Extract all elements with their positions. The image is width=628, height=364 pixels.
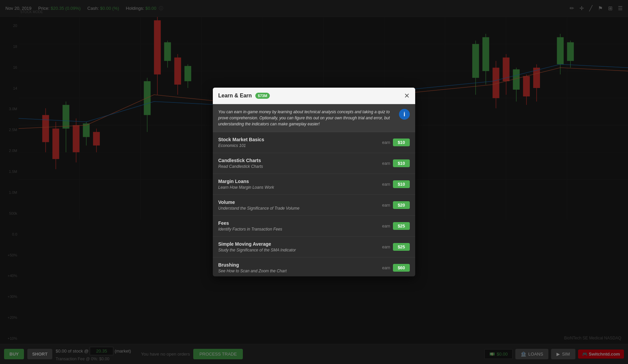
earn-label: earn: [382, 245, 390, 249]
course-item[interactable]: Candlestick Charts Read Candlestick Char…: [213, 153, 415, 174]
info-banner: You can earn in-game money by learning a…: [213, 104, 415, 132]
learn-earn-modal: Learn & Earn $73M ✕ You can earn in-game…: [213, 88, 415, 276]
course-item[interactable]: Margin Loans Learn How Margin Loans Work…: [213, 174, 415, 195]
course-info: Brushing See How to Scan and Zoom the Ch…: [218, 262, 382, 273]
course-info: Volume Understand the Significance of Tr…: [218, 200, 382, 211]
modal-overlay: Learn & Earn $73M ✕ You can earn in-game…: [0, 0, 628, 364]
course-subtitle: Learn How Margin Loans Work: [218, 185, 382, 190]
modal-header: Learn & Earn $73M ✕: [213, 88, 415, 104]
course-info: Candlestick Charts Read Candlestick Char…: [218, 158, 382, 169]
course-earn-row: earn $25: [382, 222, 410, 230]
course-title: Simple Moving Average: [218, 241, 382, 247]
earn-label: earn: [382, 266, 390, 270]
info-text: You can earn in-game money by learning a…: [218, 109, 394, 127]
course-info: Fees Identify Factors in Transaction Fee…: [218, 220, 382, 232]
course-info: Margin Loans Learn How Margin Loans Work: [218, 179, 382, 190]
course-subtitle: Read Candlestick Charts: [218, 164, 382, 169]
course-item[interactable]: Simple Moving Average Study the Signific…: [213, 237, 415, 257]
earn-label: earn: [382, 161, 390, 166]
modal-badge: $73M: [255, 93, 270, 99]
course-subtitle: Economics 101: [218, 143, 382, 148]
modal-title-row: Learn & Earn $73M: [218, 93, 270, 99]
course-info: Simple Moving Average Study the Signific…: [218, 241, 382, 252]
course-title: Candlestick Charts: [218, 158, 382, 163]
course-item[interactable]: Stock Market Basics Economics 101 earn $…: [213, 132, 415, 153]
course-info: Stock Market Basics Economics 101: [218, 137, 382, 148]
course-earn-row: earn $10: [382, 139, 410, 146]
course-item[interactable]: Volume Understand the Significance of Tr…: [213, 195, 415, 216]
course-earn-row: earn $10: [382, 159, 410, 167]
course-subtitle: Study the Significance of the SMA Indica…: [218, 248, 382, 252]
course-subtitle: Understand the Significance of Trade Vol…: [218, 206, 382, 211]
earn-badge: $60: [393, 264, 410, 272]
course-title: Stock Market Basics: [218, 137, 382, 142]
course-earn-row: earn $25: [382, 243, 410, 251]
earn-label: earn: [382, 224, 390, 229]
course-title: Brushing: [218, 262, 382, 268]
earn-badge: $25: [393, 222, 410, 230]
earn-badge: $10: [393, 159, 410, 167]
course-item[interactable]: Brushing See How to Scan and Zoom the Ch…: [213, 257, 415, 276]
course-earn-row: earn $20: [382, 201, 410, 209]
modal-title: Learn & Earn: [218, 93, 252, 99]
course-list[interactable]: Stock Market Basics Economics 101 earn $…: [213, 132, 415, 276]
earn-label: earn: [382, 182, 390, 187]
modal-close-button[interactable]: ✕: [404, 92, 410, 99]
course-earn-row: earn $10: [382, 180, 410, 188]
course-subtitle: See How to Scan and Zoom the Chart: [218, 269, 382, 273]
earn-badge: $20: [393, 201, 410, 209]
course-subtitle: Identify Factors in Transaction Fees: [218, 227, 382, 232]
course-earn-row: earn $60: [382, 264, 410, 272]
earn-badge: $10: [393, 139, 410, 146]
earn-badge: $25: [393, 243, 410, 251]
course-title: Fees: [218, 220, 382, 226]
course-title: Volume: [218, 200, 382, 205]
info-icon: i: [399, 109, 410, 120]
earn-label: earn: [382, 203, 390, 208]
course-title: Margin Loans: [218, 179, 382, 184]
earn-badge: $10: [393, 180, 410, 188]
earn-label: earn: [382, 140, 390, 145]
course-item[interactable]: Fees Identify Factors in Transaction Fee…: [213, 216, 415, 237]
